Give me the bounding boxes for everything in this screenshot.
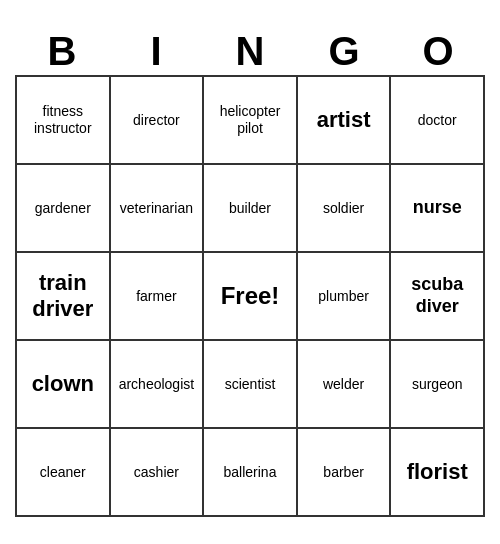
cell-r2-c3: plumber — [298, 253, 392, 341]
cell-r2-c1: farmer — [111, 253, 205, 341]
cell-r2-c2: Free! — [204, 253, 298, 341]
cell-r1-c2: builder — [204, 165, 298, 253]
cell-r2-c0: train driver — [17, 253, 111, 341]
cell-r0-c2: helicopter pilot — [204, 77, 298, 165]
header-letter: N — [203, 27, 297, 75]
cell-r1-c4: nurse — [391, 165, 485, 253]
cell-r1-c1: veterinarian — [111, 165, 205, 253]
cell-r3-c0: clown — [17, 341, 111, 429]
header-letter: B — [15, 27, 109, 75]
bingo-grid: fitness instructordirectorhelicopter pil… — [15, 75, 485, 517]
header-letter: G — [297, 27, 391, 75]
cell-r3-c1: archeologist — [111, 341, 205, 429]
cell-r0-c3: artist — [298, 77, 392, 165]
cell-r4-c0: cleaner — [17, 429, 111, 517]
cell-r3-c4: surgeon — [391, 341, 485, 429]
cell-r3-c3: welder — [298, 341, 392, 429]
cell-r3-c2: scientist — [204, 341, 298, 429]
cell-r4-c2: ballerina — [204, 429, 298, 517]
header-letter: I — [109, 27, 203, 75]
bingo-card: BINGO fitness instructordirectorhelicopt… — [15, 27, 485, 517]
cell-r4-c3: barber — [298, 429, 392, 517]
cell-r2-c4: scuba diver — [391, 253, 485, 341]
cell-r4-c1: cashier — [111, 429, 205, 517]
cell-r0-c4: doctor — [391, 77, 485, 165]
cell-r1-c3: soldier — [298, 165, 392, 253]
cell-r4-c4: florist — [391, 429, 485, 517]
cell-r1-c0: gardener — [17, 165, 111, 253]
cell-r0-c1: director — [111, 77, 205, 165]
cell-r0-c0: fitness instructor — [17, 77, 111, 165]
bingo-header: BINGO — [15, 27, 485, 75]
header-letter: O — [391, 27, 485, 75]
